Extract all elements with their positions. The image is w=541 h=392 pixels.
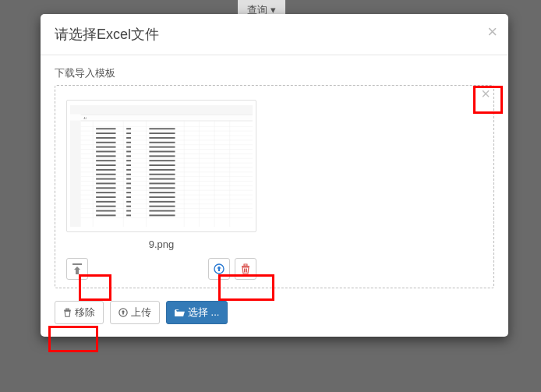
select-excel-modal: 请选择Excel文件 × 下载导入模板 × A1 xyxy=(41,14,508,337)
file-actions xyxy=(66,258,256,280)
svg-rect-77 xyxy=(126,192,131,193)
trash-icon xyxy=(241,263,250,274)
svg-rect-67 xyxy=(96,178,115,180)
svg-rect-75 xyxy=(149,187,175,189)
svg-rect-85 xyxy=(96,206,115,207)
upload-label: 上传 xyxy=(131,305,151,320)
svg-rect-57 xyxy=(149,160,175,161)
upload-button[interactable]: 上传 xyxy=(110,301,160,324)
svg-rect-44 xyxy=(126,142,131,143)
svg-rect-50 xyxy=(126,151,131,153)
svg-rect-60 xyxy=(149,164,175,166)
upload-icon xyxy=(118,308,128,317)
svg-rect-94 xyxy=(72,263,82,265)
svg-rect-0 xyxy=(70,105,253,115)
svg-rect-86 xyxy=(126,206,131,207)
footer-buttons: 移除 上传 选择 ... xyxy=(55,301,494,324)
svg-rect-102 xyxy=(66,309,69,310)
file-delete-button[interactable] xyxy=(235,258,256,280)
svg-rect-42 xyxy=(149,137,175,139)
svg-rect-47 xyxy=(126,147,131,148)
file-upload-button[interactable] xyxy=(208,258,230,280)
svg-rect-53 xyxy=(126,155,131,157)
svg-rect-81 xyxy=(149,196,175,198)
svg-rect-79 xyxy=(96,196,115,198)
svg-rect-80 xyxy=(126,196,131,198)
modal-header: 请选择Excel文件 × xyxy=(41,14,508,55)
upload-icon xyxy=(214,263,225,274)
svg-rect-63 xyxy=(149,169,175,171)
svg-rect-52 xyxy=(96,155,115,157)
svg-rect-54 xyxy=(149,155,175,157)
svg-rect-88 xyxy=(96,210,115,212)
file-drag-button[interactable] xyxy=(66,258,88,280)
modal-title: 请选择Excel文件 xyxy=(55,25,494,44)
spreadsheet-preview-icon: A1 xyxy=(70,104,253,228)
svg-rect-55 xyxy=(96,160,115,161)
drag-handle-icon xyxy=(72,263,82,274)
svg-rect-90 xyxy=(149,210,175,212)
svg-rect-91 xyxy=(96,214,115,216)
svg-rect-73 xyxy=(96,187,115,189)
svg-rect-35 xyxy=(126,128,131,129)
svg-rect-72 xyxy=(149,182,175,184)
svg-rect-92 xyxy=(126,214,131,216)
svg-rect-82 xyxy=(96,201,115,203)
svg-rect-71 xyxy=(126,182,131,184)
svg-rect-40 xyxy=(96,137,115,139)
svg-rect-45 xyxy=(149,142,175,143)
svg-rect-87 xyxy=(149,206,175,207)
file-thumbnail: A1 xyxy=(66,100,256,232)
trash-icon xyxy=(63,308,72,317)
svg-rect-38 xyxy=(126,132,131,134)
svg-rect-48 xyxy=(149,147,175,148)
svg-rect-62 xyxy=(126,169,131,171)
select-label: 选择 ... xyxy=(188,305,219,320)
svg-rect-84 xyxy=(149,201,175,203)
svg-rect-51 xyxy=(149,151,175,153)
remove-button[interactable]: 移除 xyxy=(55,301,104,324)
svg-rect-34 xyxy=(96,128,115,129)
svg-rect-66 xyxy=(149,174,175,175)
svg-rect-59 xyxy=(126,164,131,166)
svg-rect-3 xyxy=(81,115,253,115)
file-name: 9.png xyxy=(66,232,256,258)
remove-label: 移除 xyxy=(75,305,95,320)
svg-rect-83 xyxy=(126,201,131,203)
svg-rect-97 xyxy=(244,264,247,266)
svg-rect-61 xyxy=(96,169,115,171)
svg-rect-39 xyxy=(149,132,175,134)
folder-open-icon xyxy=(175,309,185,317)
svg-rect-76 xyxy=(96,192,115,193)
svg-rect-64 xyxy=(96,174,115,175)
svg-rect-70 xyxy=(96,182,115,184)
svg-rect-93 xyxy=(149,214,175,216)
svg-rect-4 xyxy=(81,121,253,122)
svg-rect-2 xyxy=(70,121,81,228)
svg-rect-43 xyxy=(96,142,115,143)
svg-rect-56 xyxy=(126,160,131,161)
modal-body: 下载导入模板 × A1 xyxy=(41,55,508,337)
svg-rect-36 xyxy=(149,128,175,129)
svg-rect-68 xyxy=(126,178,131,180)
file-dropzone[interactable]: × A1 xyxy=(55,85,494,288)
svg-rect-49 xyxy=(96,151,115,153)
svg-rect-41 xyxy=(126,137,131,139)
svg-rect-89 xyxy=(126,210,131,212)
svg-rect-74 xyxy=(126,187,131,189)
download-template-link[interactable]: 下载导入模板 xyxy=(55,66,494,80)
svg-text:A1: A1 xyxy=(84,117,87,120)
svg-rect-1 xyxy=(70,115,253,121)
svg-rect-69 xyxy=(149,178,175,180)
svg-rect-78 xyxy=(149,192,175,193)
modal-close-button[interactable]: × xyxy=(487,23,497,41)
svg-rect-46 xyxy=(96,147,115,148)
dropzone-close-button[interactable]: × xyxy=(481,86,490,101)
svg-rect-58 xyxy=(96,164,115,166)
file-card: A1 xyxy=(66,100,256,280)
svg-rect-37 xyxy=(96,132,115,134)
svg-rect-65 xyxy=(126,174,131,175)
select-button[interactable]: 选择 ... xyxy=(166,301,228,324)
